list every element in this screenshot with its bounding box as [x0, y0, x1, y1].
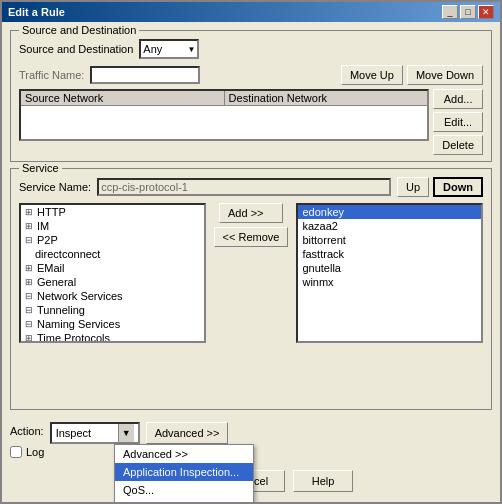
move-down-button[interactable]: Move Down: [407, 65, 483, 85]
list-item[interactable]: ⊞ Time Protocols: [21, 331, 204, 343]
popup-item-inspection[interactable]: Application Inspection...: [115, 463, 253, 481]
any-dropdown-arrow: ▼: [187, 45, 195, 54]
list-item[interactable]: ⊟ Network Services: [21, 289, 204, 303]
service-right-list[interactable]: edonkey kazaa2 bittorrent fasttrack gnut…: [296, 203, 483, 343]
move-buttons: Move Up Move Down: [341, 65, 483, 85]
list-item[interactable]: ⊞ IM: [21, 219, 204, 233]
traffic-label: Traffic Name:: [19, 69, 84, 81]
source-dest-section: Source and Destination Source and Destin…: [10, 30, 492, 162]
move-up-button[interactable]: Move Up: [341, 65, 403, 85]
service-name-row: Service Name: Up Down: [19, 177, 483, 197]
any-value: Any: [143, 43, 162, 55]
action-dropdown-arrow: ▼: [118, 424, 134, 442]
minimize-button[interactable]: _: [442, 5, 458, 19]
list-item[interactable]: directconnect: [21, 247, 204, 261]
table-body: [21, 106, 427, 136]
dest-col-header: Destination Network: [225, 91, 428, 105]
service-name-label: Service Name:: [19, 181, 91, 193]
list-item[interactable]: gnutella: [298, 261, 481, 275]
list-item[interactable]: ⊟ P2P: [21, 233, 204, 247]
title-controls: _ □ ✕: [442, 5, 494, 19]
service-up-button[interactable]: Up: [397, 177, 429, 197]
table-side-buttons: Add... Edit... Delete: [433, 89, 483, 155]
expand-icon: ⊞: [25, 333, 33, 343]
traffic-row: Traffic Name: Move Up Move Down: [19, 65, 483, 85]
list-item[interactable]: edonkey: [298, 205, 481, 219]
action-value: Inspect: [56, 427, 118, 439]
service-name-input[interactable]: [97, 178, 391, 196]
expand-icon: ⊞: [25, 277, 33, 287]
src-dest-any-row: Source and Destination Any ▼: [19, 39, 483, 59]
service-lists-area: ⊞ HTTP ⊞ IM ⊟ P2P directconnect: [19, 203, 483, 343]
edit-rule-button[interactable]: Edit...: [433, 112, 483, 132]
expand-icon: ⊟: [25, 235, 33, 245]
service-ud-buttons: Up Down: [397, 177, 483, 197]
popup-item-advanced[interactable]: Advanced >>: [115, 445, 253, 463]
window-title: Edit a Rule: [8, 6, 65, 18]
list-item[interactable]: ⊞ General: [21, 275, 204, 289]
any-label: Source and Destination: [19, 43, 133, 55]
traffic-name-input[interactable]: [90, 66, 200, 84]
log-label: Log: [26, 446, 44, 458]
maximize-button[interactable]: □: [460, 5, 476, 19]
source-dest-label: Source and Destination: [19, 24, 139, 36]
service-section-label: Service: [19, 162, 62, 174]
remove-service-button[interactable]: << Remove: [214, 227, 289, 247]
popup-item-options[interactable]: Options...: [115, 499, 253, 502]
src-dest-table-wrapper: Source Network Destination Network Add..…: [19, 89, 483, 155]
list-item[interactable]: ⊞ HTTP: [21, 205, 204, 219]
add-remove-buttons: Add >> << Remove: [210, 203, 293, 247]
src-dest-table: Source Network Destination Network: [19, 89, 429, 141]
main-content: Source and Destination Source and Destin…: [2, 22, 500, 502]
edit-rule-window: Edit a Rule _ □ ✕ Source and Destination…: [0, 0, 502, 504]
log-checkbox[interactable]: [10, 446, 22, 458]
expand-icon: ⊟: [25, 305, 33, 315]
list-item[interactable]: fasttrack: [298, 247, 481, 261]
help-button[interactable]: Help: [293, 470, 353, 492]
list-item[interactable]: ⊟ Tunneling: [21, 303, 204, 317]
service-left-list[interactable]: ⊞ HTTP ⊞ IM ⊟ P2P directconnect: [19, 203, 206, 343]
table-header: Source Network Destination Network: [21, 91, 427, 106]
service-section: Service Service Name: Up Down ⊞ HTTP: [10, 168, 492, 410]
list-item[interactable]: ⊟ Naming Services: [21, 317, 204, 331]
action-row: Action: Inspect ▼ Advanced >> Advanced >…: [10, 418, 492, 444]
list-item[interactable]: bittorrent: [298, 233, 481, 247]
expand-icon: ⊟: [25, 291, 33, 301]
list-item[interactable]: winmx: [298, 275, 481, 289]
add-rule-button[interactable]: Add...: [433, 89, 483, 109]
expand-icon: ⊞: [25, 207, 33, 217]
action-dropdown[interactable]: Inspect ▼: [50, 422, 140, 444]
advanced-popup: Advanced >> Application Inspection... Qo…: [114, 444, 254, 502]
add-service-button[interactable]: Add >>: [219, 203, 283, 223]
close-button[interactable]: ✕: [478, 5, 494, 19]
delete-rule-button[interactable]: Delete: [433, 135, 483, 155]
list-item[interactable]: kazaa2: [298, 219, 481, 233]
title-bar: Edit a Rule _ □ ✕: [2, 2, 500, 22]
expand-icon: ⊞: [25, 221, 33, 231]
expand-icon: ⊞: [25, 263, 33, 273]
advanced-button[interactable]: Advanced >>: [146, 422, 229, 444]
action-label: Action:: [10, 422, 44, 437]
list-item[interactable]: ⊞ EMail: [21, 261, 204, 275]
service-down-button[interactable]: Down: [433, 177, 483, 197]
source-col-header: Source Network: [21, 91, 225, 105]
action-area: Action: Inspect ▼ Advanced >> Advanced >…: [10, 416, 492, 460]
any-dropdown[interactable]: Any ▼: [139, 39, 199, 59]
popup-item-qos[interactable]: QoS...: [115, 481, 253, 499]
expand-icon: ⊟: [25, 319, 33, 329]
